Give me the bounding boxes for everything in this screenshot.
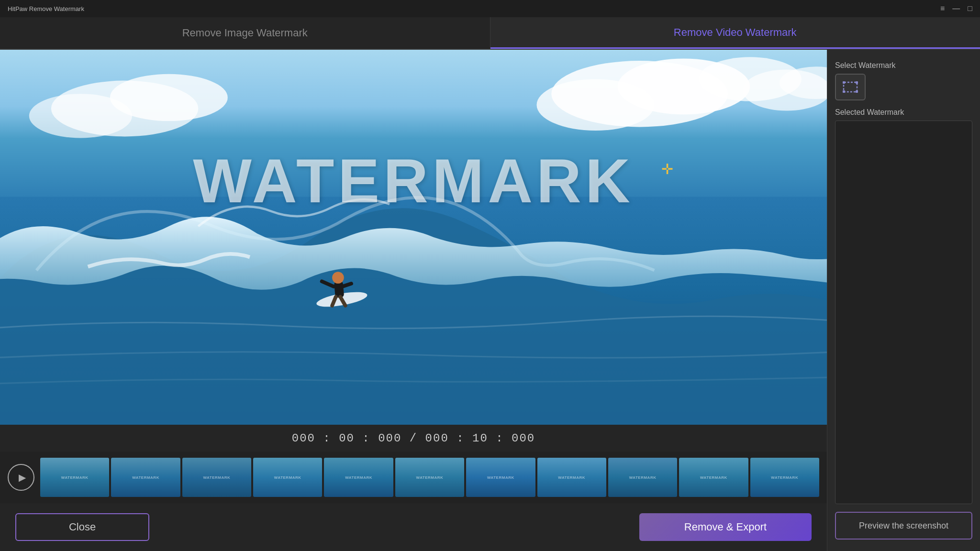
svg-rect-23 xyxy=(843,90,845,93)
time-display: 000 : 00 : 000 / 000 : 10 : 000 xyxy=(292,432,535,445)
filmstrip-frame-label: WATERMARK xyxy=(629,475,657,480)
window-controls: ≡ — □ xyxy=(940,4,972,13)
select-watermark-button[interactable] xyxy=(835,74,866,100)
selection-icon xyxy=(842,80,859,94)
crosshair-cursor: ✛ xyxy=(661,162,673,176)
selected-watermark-preview xyxy=(835,121,972,504)
time-bar: 000 : 00 : 000 / 000 : 10 : 000 xyxy=(0,425,827,452)
tab-video-label: Remove Video Watermark xyxy=(674,26,797,39)
filmstrip-frame[interactable]: WATERMARK xyxy=(40,458,109,497)
tab-video[interactable]: Remove Video Watermark xyxy=(490,17,980,49)
play-button[interactable]: ▶ xyxy=(8,464,34,491)
tab-image[interactable]: Remove Image Watermark xyxy=(0,17,490,49)
selected-watermark-section: Selected Watermark xyxy=(835,108,972,504)
video-scene-svg xyxy=(0,50,827,425)
timeline: ▶ WATERMARKWATERMARKWATERMARKWATERMARKWA… xyxy=(0,452,827,503)
svg-point-3 xyxy=(536,79,654,131)
video-area: WATERMARK ✛ 000 : 00 : 000 / 000 : 10 : … xyxy=(0,50,827,551)
select-watermark-label: Select Watermark xyxy=(835,61,972,70)
filmstrip-frame[interactable]: WATERMARK xyxy=(608,458,677,497)
select-watermark-section: Select Watermark xyxy=(835,61,972,100)
filmstrip: WATERMARKWATERMARKWATERMARKWATERMARKWATE… xyxy=(40,458,819,497)
filmstrip-frame[interactable]: WATERMARK xyxy=(395,458,464,497)
export-button[interactable]: Remove & Export xyxy=(639,513,812,541)
selected-watermark-label: Selected Watermark xyxy=(835,108,972,117)
filmstrip-frame[interactable]: WATERMARK xyxy=(111,458,180,497)
filmstrip-frame-label: WATERMARK xyxy=(700,475,727,480)
filmstrip-frame-label: WATERMARK xyxy=(416,475,444,480)
filmstrip-frame[interactable]: WATERMARK xyxy=(253,458,322,497)
filmstrip-frame-label: WATERMARK xyxy=(345,475,372,480)
preview-screenshot-button[interactable]: Preview the screenshot xyxy=(835,512,972,540)
svg-point-15 xyxy=(332,272,344,284)
filmstrip-frame-label: WATERMARK xyxy=(487,475,514,480)
main-layout: WATERMARK ✛ 000 : 00 : 000 / 000 : 10 : … xyxy=(0,50,980,551)
filmstrip-frame-label: WATERMARK xyxy=(132,475,159,480)
minimize-icon[interactable]: — xyxy=(952,4,960,13)
filmstrip-frame[interactable]: WATERMARK xyxy=(750,458,819,497)
filmstrip-frame[interactable]: WATERMARK xyxy=(182,458,251,497)
svg-rect-22 xyxy=(856,81,858,84)
filmstrip-frame[interactable]: WATERMARK xyxy=(679,458,748,497)
filmstrip-frame-label: WATERMARK xyxy=(558,475,585,480)
filmstrip-frame-label: WATERMARK xyxy=(61,475,89,480)
right-panel: Select Watermark Selected Watermark Prev… xyxy=(827,50,980,551)
app-title: HitPaw Remove Watermark xyxy=(8,5,84,12)
filmstrip-frame[interactable]: WATERMARK xyxy=(324,458,393,497)
svg-rect-21 xyxy=(843,81,845,84)
filmstrip-frame-label: WATERMARK xyxy=(771,475,798,480)
filmstrip-frame[interactable]: WATERMARK xyxy=(537,458,606,497)
menu-icon[interactable]: ≡ xyxy=(940,4,945,13)
tab-image-label: Remove Image Watermark xyxy=(182,27,308,39)
video-watermark-text: WATERMARK xyxy=(193,145,634,217)
svg-point-9 xyxy=(29,94,132,138)
close-button[interactable]: Close xyxy=(15,513,149,541)
filmstrip-frame[interactable]: WATERMARK xyxy=(466,458,535,497)
tab-bar: Remove Image Watermark Remove Video Wate… xyxy=(0,17,980,50)
maximize-icon[interactable]: □ xyxy=(968,4,972,13)
svg-rect-24 xyxy=(856,90,858,93)
video-container[interactable]: WATERMARK ✛ xyxy=(0,50,827,425)
play-icon: ▶ xyxy=(19,472,26,483)
filmstrip-frame-label: WATERMARK xyxy=(203,475,230,480)
bottom-bar: Close Remove & Export xyxy=(0,503,827,551)
titlebar: HitPaw Remove Watermark ≡ — □ xyxy=(0,0,980,17)
filmstrip-frame-label: WATERMARK xyxy=(274,475,301,480)
svg-rect-20 xyxy=(844,82,857,92)
